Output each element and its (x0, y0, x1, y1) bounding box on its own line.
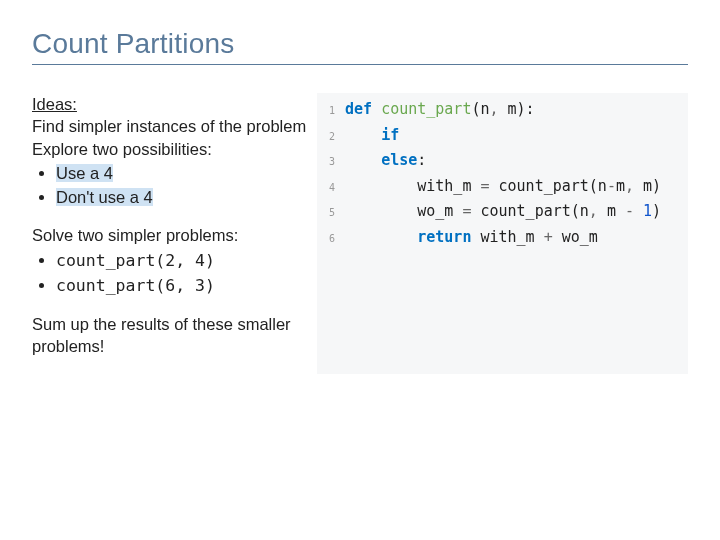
solve-bullets: count_part(2, 4) count_part(6, 3) (32, 249, 307, 298)
sum-section: Sum up the results of these smaller prob… (32, 313, 307, 358)
code-block: 1def count_part(n, m):2 if3 else:4 with_… (317, 93, 688, 374)
line-number: 5 (317, 204, 345, 221)
left-column: Ideas: Find simpler instances of the pro… (32, 93, 307, 374)
code-line: 5 wo_m = count_part(n, m - 1) (317, 199, 688, 225)
slide: Count Partitions Ideas: Find simpler ins… (0, 0, 720, 402)
body-columns: Ideas: Find simpler instances of the pro… (32, 93, 688, 374)
line-number: 3 (317, 153, 345, 170)
title-rule (32, 64, 688, 65)
ideas-bullets: Use a 4 Don't use a 4 (32, 162, 307, 209)
list-item: count_part(2, 4) (56, 249, 307, 272)
solve-heading: Solve two simpler problems: (32, 224, 307, 246)
list-item: Don't use a 4 (56, 186, 307, 208)
code-text: with_m = count_part(n-m, m) (345, 174, 661, 200)
code-text: return with_m + wo_m (345, 225, 598, 251)
sum-line: Sum up the results of these smaller prob… (32, 313, 307, 358)
list-item: Use a 4 (56, 162, 307, 184)
code-text: wo_m = count_part(n, m - 1) (345, 199, 661, 225)
ideas-line: Explore two possibilities: (32, 138, 307, 160)
code-line: 6 return with_m + wo_m (317, 225, 688, 251)
line-number: 2 (317, 128, 345, 145)
highlighted-text: Use a 4 (56, 164, 113, 182)
list-item: count_part(6, 3) (56, 274, 307, 297)
line-number: 4 (317, 179, 345, 196)
code-line: 1def count_part(n, m): (317, 97, 688, 123)
code-text: if (345, 123, 399, 149)
line-number: 6 (317, 230, 345, 247)
line-number: 1 (317, 102, 345, 119)
page-title: Count Partitions (32, 28, 688, 60)
ideas-heading: Ideas: (32, 93, 307, 115)
code-line: 3 else: (317, 148, 688, 174)
ideas-line: Find simpler instances of the problem (32, 115, 307, 137)
highlighted-text: Don't use a 4 (56, 188, 153, 206)
solve-section: Solve two simpler problems: count_part(2… (32, 224, 307, 297)
code-text: def count_part(n, m): (345, 97, 535, 123)
code-inline: count_part(6, 3) (56, 276, 215, 295)
code-line: 4 with_m = count_part(n-m, m) (317, 174, 688, 200)
code-line: 2 if (317, 123, 688, 149)
code-text: else: (345, 148, 426, 174)
code-inline: count_part(2, 4) (56, 251, 215, 270)
ideas-section: Ideas: Find simpler instances of the pro… (32, 93, 307, 208)
